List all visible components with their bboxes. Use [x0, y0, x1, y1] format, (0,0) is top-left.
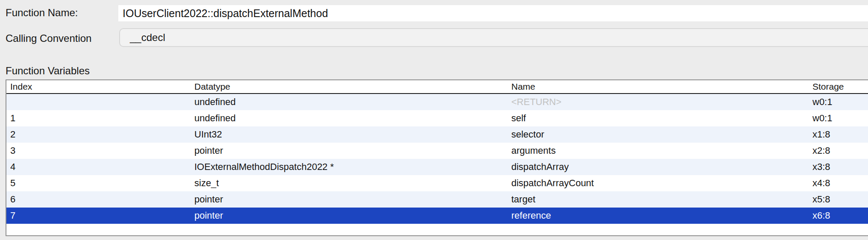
cell-name: self — [511, 113, 812, 124]
cell-storage: x6:8 — [812, 210, 868, 221]
cell-index: 3 — [6, 145, 194, 156]
table-row[interactable]: 5 size_t dispatchArrayCount x4:8 — [6, 175, 868, 191]
column-header-index[interactable]: Index — [6, 82, 194, 92]
cell-name: dispatchArray — [511, 161, 812, 173]
cell-datatype: UInt32 — [194, 129, 511, 140]
cell-index: 6 — [6, 194, 194, 205]
function-variables-table: Index Datatype Name Storage undefined <R… — [6, 79, 868, 236]
cell-datatype: undefined — [194, 113, 511, 124]
cell-name: target — [511, 194, 812, 205]
cell-datatype: pointer — [194, 210, 511, 221]
calling-convention-dropdown[interactable]: __cdecl — [119, 28, 868, 47]
table-header-row: Index Datatype Name Storage — [6, 80, 868, 94]
table-row[interactable]: 7 pointer reference x6:8 — [6, 208, 868, 224]
cell-name: dispatchArrayCount — [511, 178, 812, 189]
cell-datatype: IOExternalMethodDispatch2022 * — [194, 161, 511, 173]
cell-name: <RETURN> — [511, 97, 812, 108]
table-row[interactable]: 4 IOExternalMethodDispatch2022 * dispatc… — [6, 159, 868, 175]
table-row[interactable]: 1 undefined self w0:1 — [6, 110, 868, 126]
cell-name: arguments — [511, 145, 812, 156]
cell-datatype: pointer — [194, 145, 511, 156]
cell-storage: w0:1 — [812, 97, 868, 108]
table-row[interactable]: undefined <RETURN> w0:1 — [6, 94, 868, 110]
table-row[interactable]: 2 UInt32 selector x1:8 — [6, 126, 868, 143]
cell-storage: x3:8 — [812, 161, 868, 173]
cell-storage: x5:8 — [812, 194, 868, 205]
function-name-input[interactable] — [118, 5, 868, 21]
cell-datatype: pointer — [194, 194, 511, 205]
calling-convention-value: __cdecl — [130, 32, 165, 44]
cell-name: reference — [511, 210, 812, 221]
table-row[interactable]: 6 pointer target x5:8 — [6, 191, 868, 208]
column-header-storage[interactable]: Storage — [812, 82, 868, 92]
cell-storage: x1:8 — [812, 129, 868, 140]
edit-function-dialog: Function Name: Calling Convention __cdec… — [0, 0, 868, 240]
cell-index: 1 — [6, 113, 194, 124]
cell-datatype: undefined — [194, 97, 511, 108]
cell-storage: w0:1 — [812, 113, 868, 124]
cell-storage: x2:8 — [812, 145, 868, 156]
cell-storage: x4:8 — [812, 178, 868, 189]
cell-name: selector — [511, 129, 812, 140]
function-variables-heading: Function Variables — [6, 65, 90, 77]
cell-index: 5 — [6, 178, 194, 189]
cell-index: 4 — [6, 161, 194, 173]
table-row[interactable]: 3 pointer arguments x2:8 — [6, 143, 868, 159]
column-header-name[interactable]: Name — [511, 82, 812, 92]
calling-convention-label: Calling Convention — [6, 32, 91, 44]
table-body: undefined <RETURN> w0:1 1 undefined self… — [6, 94, 868, 224]
function-name-label: Function Name: — [6, 7, 78, 19]
cell-datatype: size_t — [194, 178, 511, 189]
cell-index: 2 — [6, 129, 194, 140]
cell-index: 7 — [6, 210, 194, 221]
column-header-datatype[interactable]: Datatype — [194, 82, 511, 92]
